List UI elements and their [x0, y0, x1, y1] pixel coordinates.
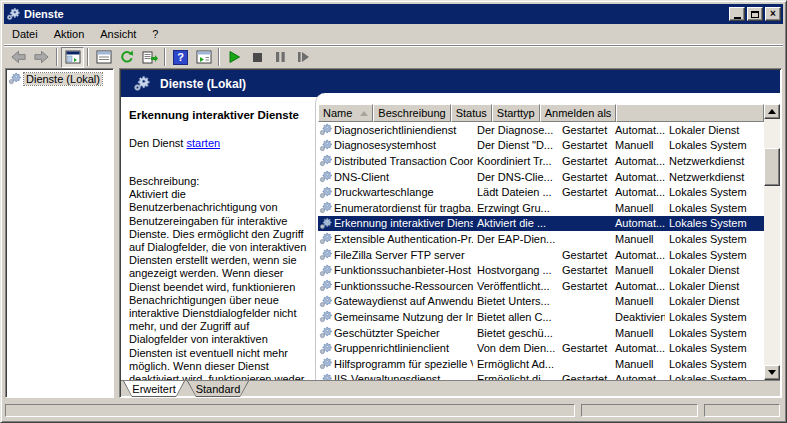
table-row[interactable]: Funktionssuchanbieter-Host Hostvorgang .… [318, 262, 764, 278]
service-gear-icon [319, 170, 332, 183]
table-row[interactable]: Gatewaydienst auf Anwendu... Bietet Unte… [318, 294, 764, 310]
toolbar-separator [218, 48, 220, 66]
cell-description: Bietet geschü... [473, 327, 558, 339]
cell-startup-type: Manuell [611, 264, 665, 276]
table-row[interactable]: Distributed Transaction Coor... Koordini… [318, 153, 764, 169]
toolbar-separator [56, 48, 58, 66]
menu-item[interactable]: Ansicht [92, 25, 144, 43]
pause-service-button[interactable] [269, 47, 292, 68]
table-row[interactable]: IIS-Verwaltungsdienst Ermöglicht di... G… [318, 372, 764, 381]
cell-description: Der EAP-Dien... [473, 233, 558, 245]
help-button[interactable]: ? [169, 47, 192, 68]
forward-button[interactable] [30, 47, 53, 68]
sort-ascending-icon [360, 111, 368, 116]
cell-logon-as: Lokales System [665, 186, 755, 198]
cell-name: Funktionssuchanbieter-Host [318, 264, 473, 277]
cell-logon-as: Lokales System [665, 217, 755, 229]
scroll-up-button[interactable] [764, 104, 780, 119]
maximize-button[interactable] [747, 7, 763, 21]
view-tab[interactable]: Standard [187, 381, 249, 397]
column-header[interactable]: Name [318, 104, 373, 122]
forward-icon [33, 50, 50, 64]
cell-name: Druckwarteschlange [318, 186, 473, 199]
cell-logon-as: Lokales System [665, 202, 755, 214]
table-row[interactable]: DNS-Client Der DNS-Clie... Gestartet Aut… [318, 169, 764, 185]
cell-startup-type: Automat... [611, 342, 665, 354]
title-bar[interactable]: Dienste × [4, 4, 783, 24]
cell-logon-as: Lokaler Dienst [665, 280, 755, 292]
toolbar-separator [87, 48, 89, 66]
table-row[interactable]: Hilfsprogramm für spezielle V... Ermögli… [318, 356, 764, 372]
service-gear-icon [319, 232, 332, 245]
refresh-button[interactable] [115, 47, 138, 68]
cell-logon-as: Lokales System [665, 358, 755, 370]
service-action-prefix: Den Dienst [129, 137, 186, 149]
cell-startup-type: Automat... [611, 171, 665, 183]
properties-button[interactable] [92, 47, 115, 68]
stop-service-button[interactable] [246, 47, 269, 68]
column-header[interactable]: Status [451, 104, 492, 122]
status-section-2 [581, 404, 698, 417]
column-header[interactable]: Starttyp [492, 104, 540, 122]
status-section-main [5, 404, 575, 417]
cell-startup-type: Automat... [611, 373, 665, 380]
table-row[interactable]: Diagnoserichtliniendienst Der Diagnose..… [318, 122, 764, 138]
menu-item[interactable]: ? [144, 25, 166, 43]
cell-name: DNS-Client [318, 170, 473, 183]
cell-startup-type: Automat... [611, 186, 665, 198]
scrollbar-thumb[interactable] [764, 148, 780, 186]
cell-name: Gemeinsame Nutzung der Int... [318, 310, 473, 323]
minimize-button[interactable] [729, 7, 745, 21]
stop-service-icon [252, 52, 263, 63]
properties-icon [96, 50, 112, 64]
cell-name: Distributed Transaction Coor... [318, 154, 473, 167]
cell-description: Lädt Dateien ... [473, 186, 558, 198]
tree-item-label: Dienste (Lokal) [24, 73, 102, 85]
tree-item-dienste-lokal[interactable]: Dienste (Lokal) [8, 72, 111, 85]
table-row[interactable]: Enumeratordienst für tragba... Erzwingt … [318, 200, 764, 216]
description-text: Aktiviert die Benutzerbenachrichtigung v… [129, 188, 307, 380]
cell-logon-as: Lokales System [665, 233, 755, 245]
table-row[interactable]: Gruppenrichtlinienclient Von dem Dien...… [318, 340, 764, 356]
table-row[interactable]: Geschützter Speicher Bietet geschü... Ma… [318, 325, 764, 341]
cell-status: Gestartet [558, 139, 611, 151]
table-row[interactable]: Funktionssuche-Ressourcen... Veröffentli… [318, 278, 764, 294]
menu-item[interactable]: Aktion [46, 25, 93, 43]
menu-item[interactable]: Datei [4, 25, 46, 43]
close-button[interactable]: × [765, 7, 781, 21]
cell-startup-type: Manuell [611, 295, 665, 307]
table-row[interactable]: FileZilla Server FTP server Gestartet Au… [318, 247, 764, 263]
start-service-button[interactable] [223, 47, 246, 68]
show-console-tree-button[interactable] [61, 47, 84, 68]
table-row[interactable]: Erkennung interaktiver Dienste Aktiviert… [318, 216, 764, 232]
cell-status: Gestartet [558, 264, 611, 276]
table-row[interactable]: Diagnosesystemhost Der Dienst "D... Gest… [318, 138, 764, 154]
cell-startup-type: Manuell [611, 139, 665, 151]
view-tab[interactable]: Erweitert [123, 381, 185, 397]
extended-view-icon [196, 50, 212, 64]
cell-description: Der Diagnose... [473, 124, 558, 136]
scroll-down-button[interactable] [764, 365, 780, 380]
restart-service-button[interactable] [292, 47, 315, 68]
vertical-scrollbar[interactable] [764, 104, 780, 380]
status-section-3 [704, 404, 780, 417]
extended-view-button[interactable] [192, 47, 215, 68]
cell-logon-as: Lokaler Dienst [665, 295, 755, 307]
table-row[interactable]: Druckwarteschlange Lädt Dateien ... Gest… [318, 184, 764, 200]
back-button[interactable] [7, 47, 30, 68]
column-header[interactable]: Beschreibung [373, 104, 450, 122]
table-row[interactable]: Gemeinsame Nutzung der Int... Bietet all… [318, 309, 764, 325]
cell-name: Extensible Authentication-Pr... [318, 232, 473, 245]
selected-service-title: Erkennung interaktiver Dienste [129, 109, 307, 121]
column-header[interactable]: Anmelden als [540, 104, 617, 122]
export-list-button[interactable] [138, 47, 161, 68]
cell-description: Koordiniert Tr... [473, 155, 558, 167]
console-tree: Dienste (Lokal) [5, 68, 114, 398]
cell-status: Gestartet [558, 373, 611, 380]
cell-status: Gestartet [558, 280, 611, 292]
start-service-link[interactable]: starten [186, 137, 220, 149]
menu-bar: DateiAktionAnsicht? [4, 24, 783, 45]
cell-startup-type: Manuell [611, 358, 665, 370]
table-row[interactable]: Extensible Authentication-Pr... Der EAP-… [318, 231, 764, 247]
toolbar-separator [164, 48, 166, 66]
